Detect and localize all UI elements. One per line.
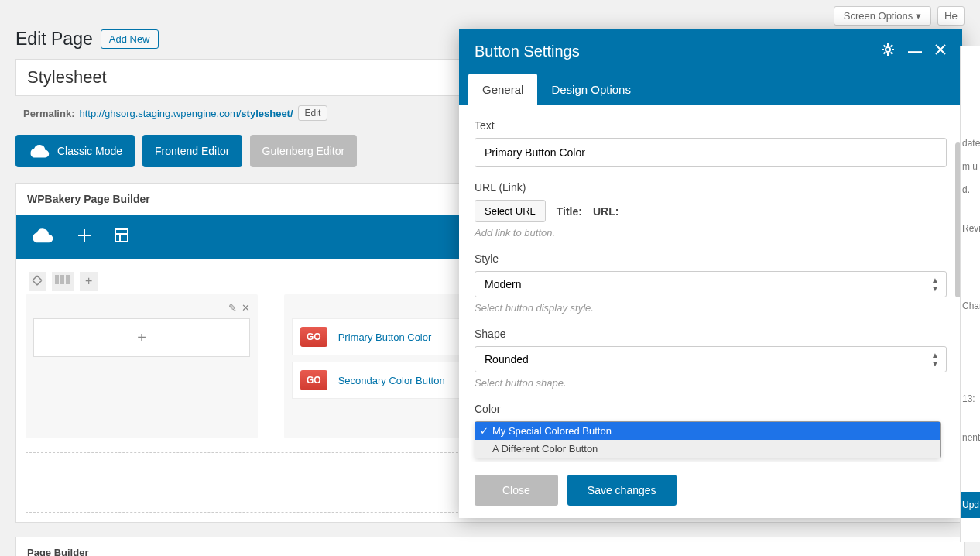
help-button[interactable]: He bbox=[937, 6, 965, 26]
save-changes-button[interactable]: Save changes bbox=[567, 475, 677, 506]
shape-select[interactable]: Rounded bbox=[475, 346, 947, 372]
update-button-fragment[interactable]: Upd bbox=[961, 492, 980, 518]
url-title-label: Title: bbox=[557, 205, 582, 218]
close-button[interactable]: Close bbox=[475, 475, 558, 506]
svg-rect-0 bbox=[115, 229, 128, 242]
tab-general[interactable]: General bbox=[468, 74, 537, 105]
page-builder-panel-header: Page Builder bbox=[15, 537, 965, 556]
delete-column-icon[interactable]: ✕ bbox=[242, 302, 250, 314]
element-label: Primary Button Color bbox=[338, 331, 432, 343]
svg-point-15 bbox=[886, 47, 890, 52]
select-url-button[interactable]: Select URL bbox=[475, 200, 546, 222]
color-select-dropdown[interactable]: My Special Colored Button A Different Co… bbox=[475, 421, 941, 458]
wpbakery-logo-icon[interactable] bbox=[30, 226, 55, 249]
drag-handle-icon[interactable] bbox=[29, 272, 46, 291]
template-icon[interactable] bbox=[114, 228, 129, 247]
button-settings-modal: Button Settings — General Design Options… bbox=[459, 29, 962, 518]
url-field-label: URL (Link) bbox=[475, 181, 947, 194]
svg-rect-1 bbox=[55, 275, 59, 284]
tab-design-options[interactable]: Design Options bbox=[537, 74, 645, 105]
close-icon[interactable] bbox=[934, 43, 947, 60]
column-left: ✎ ✕ + bbox=[26, 294, 258, 438]
frontend-editor-button[interactable]: Frontend Editor bbox=[142, 135, 242, 167]
svg-rect-2 bbox=[60, 275, 64, 284]
permalink-link[interactable]: http://ghsorg.staging.wpengine.com/style… bbox=[79, 108, 293, 119]
url-url-label: URL: bbox=[593, 205, 618, 218]
style-select[interactable]: Modern bbox=[475, 271, 947, 297]
sidebar-fragment: date m u d. Revi Chan 13: nent Upd bbox=[960, 46, 980, 542]
cloud-icon bbox=[28, 142, 51, 160]
add-new-button[interactable]: Add New bbox=[101, 29, 159, 49]
color-option-special[interactable]: My Special Colored Button bbox=[475, 422, 940, 440]
text-field-input[interactable] bbox=[475, 138, 947, 167]
url-hint: Add link to button. bbox=[475, 227, 947, 239]
permalink-edit-button[interactable]: Edit bbox=[298, 105, 328, 121]
screen-options-label: Screen Options bbox=[844, 10, 913, 22]
element-label: Secondary Color Button bbox=[338, 375, 445, 386]
text-field-label: Text bbox=[475, 119, 947, 132]
add-element-icon[interactable] bbox=[77, 228, 92, 247]
column-add-element[interactable]: + bbox=[33, 318, 250, 357]
edit-column-icon[interactable]: ✎ bbox=[228, 302, 237, 314]
go-badge: GO bbox=[300, 327, 327, 347]
shape-field-label: Shape bbox=[475, 328, 947, 340]
screen-options-button[interactable]: Screen Options ▾ bbox=[834, 6, 931, 26]
minimize-icon[interactable]: — bbox=[908, 43, 922, 60]
modal-title: Button Settings bbox=[475, 43, 580, 60]
style-field-label: Style bbox=[475, 252, 947, 265]
columns-icon[interactable] bbox=[52, 272, 74, 291]
style-hint: Select button display style. bbox=[475, 302, 947, 314]
shape-hint: Select button shape. bbox=[475, 377, 947, 389]
permalink-label: Permalink: bbox=[23, 108, 74, 119]
color-field-label: Color bbox=[475, 403, 947, 415]
go-badge: GO bbox=[300, 370, 327, 390]
svg-rect-3 bbox=[66, 275, 70, 284]
add-row-icon[interactable]: + bbox=[80, 272, 98, 291]
gutenberg-editor-button[interactable]: Gutenberg Editor bbox=[250, 135, 358, 167]
color-option-different[interactable]: A Different Color Button bbox=[475, 440, 940, 458]
caret-down-icon: ▾ bbox=[916, 10, 921, 22]
classic-mode-button[interactable]: Classic Mode bbox=[15, 135, 135, 167]
page-title: Edit Page bbox=[15, 29, 93, 50]
settings-gear-icon[interactable] bbox=[880, 42, 896, 61]
